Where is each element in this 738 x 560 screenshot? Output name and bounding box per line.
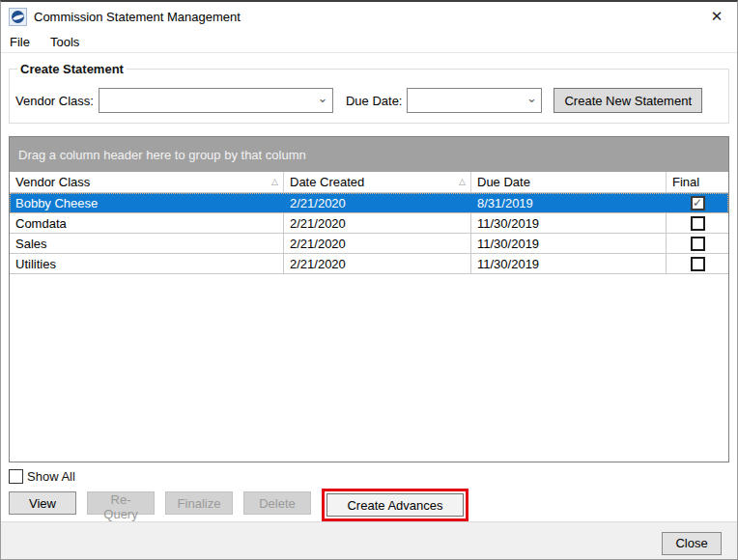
cell-date-created: 2/21/2020 (284, 234, 471, 253)
grid-group-by-bar[interactable]: Drag a column header here to group by th… (10, 137, 728, 172)
sort-ascending-icon: △ (271, 178, 278, 186)
create-advances-button[interactable]: Create Advances (326, 493, 464, 517)
cell-due-date: 11/30/2019 (471, 234, 667, 253)
window-close-icon[interactable]: ✕ (696, 2, 737, 31)
app-icon (9, 8, 27, 26)
cell-final (667, 193, 728, 212)
view-button[interactable]: View (9, 491, 76, 515)
cell-date-created: 2/21/2020 (284, 213, 471, 233)
final-checkbox[interactable] (691, 237, 705, 251)
vendor-class-label: Vendor Class: (15, 94, 94, 108)
finalize-button: Finalize (165, 491, 233, 515)
cell-date-created: 2/21/2020 (284, 254, 471, 273)
dialog-footer: Close (1, 521, 737, 560)
cell-final (667, 234, 728, 253)
grid-empty-area (10, 274, 728, 462)
column-header-vendor-class[interactable]: Vendor Class △ (10, 172, 284, 192)
cell-vendor-class: Utilities (10, 254, 284, 273)
cell-date-created: 2/21/2020 (284, 193, 471, 212)
final-checkbox[interactable] (691, 196, 705, 210)
cell-final (667, 213, 728, 233)
show-all-checkbox[interactable] (9, 469, 23, 484)
sort-ascending-icon: △ (459, 178, 466, 186)
menu-tools[interactable]: Tools (50, 35, 79, 49)
create-statement-row: Vendor Class: ⌄ Due Date: ⌄ Create New S… (15, 88, 723, 113)
action-button-row: View Re-Query Finalize Delete Create Adv… (9, 489, 729, 521)
chevron-down-icon: ⌄ (522, 89, 541, 112)
grid-header-row: Vendor Class △ Date Created △ Due Date F… (10, 172, 728, 193)
final-checkbox[interactable] (691, 216, 705, 231)
menu-file[interactable]: File (10, 35, 30, 49)
create-statement-group: Create Statement Vendor Class: ⌄ Due Dat… (9, 62, 729, 124)
create-statement-group-label: Create Statement (17, 62, 127, 76)
create-new-statement-button[interactable]: Create New Statement (554, 88, 702, 113)
final-checkbox[interactable] (691, 257, 705, 271)
vendor-class-dropdown[interactable]: ⌄ (99, 88, 333, 113)
table-row[interactable]: Sales 2/21/2020 11/30/2019 (10, 234, 728, 254)
column-header-date-created[interactable]: Date Created △ (284, 172, 471, 192)
title-bar: Commission Statement Management ✕ (1, 2, 737, 31)
show-all-row: Show All (9, 467, 729, 485)
column-header-due-date[interactable]: Due Date (471, 172, 667, 192)
chevron-down-icon: ⌄ (313, 89, 332, 112)
window-title: Commission Statement Management (34, 10, 241, 24)
cell-final (667, 254, 728, 273)
globe-icon (12, 11, 24, 23)
show-all-label: Show All (27, 469, 75, 484)
requery-button: Re-Query (87, 491, 155, 515)
menu-bar: File Tools (1, 31, 737, 53)
table-row[interactable]: Bobby Cheese 2/21/2020 8/31/2019 (10, 193, 728, 213)
commission-statement-dialog: Commission Statement Management ✕ File T… (0, 0, 738, 560)
statements-grid: Drag a column header here to group by th… (9, 136, 729, 462)
red-highlight-annotation: Create Advances (322, 489, 468, 521)
table-row[interactable]: Utilities 2/21/2020 11/30/2019 (10, 254, 728, 274)
due-date-dropdown[interactable]: ⌄ (407, 88, 542, 113)
column-header-final[interactable]: Final (667, 172, 728, 192)
delete-button: Delete (243, 491, 311, 515)
cell-due-date: 8/31/2019 (471, 193, 667, 212)
cell-vendor-class: Sales (10, 234, 284, 253)
cell-vendor-class: Comdata (10, 213, 284, 233)
table-row[interactable]: Comdata 2/21/2020 11/30/2019 (10, 213, 728, 234)
cell-due-date: 11/30/2019 (471, 213, 667, 233)
dialog-content: Create Statement Vendor Class: ⌄ Due Dat… (1, 53, 737, 521)
due-date-label: Due Date: (346, 94, 403, 108)
close-button[interactable]: Close (662, 532, 722, 555)
cell-vendor-class: Bobby Cheese (10, 193, 284, 212)
cell-due-date: 11/30/2019 (471, 254, 667, 273)
